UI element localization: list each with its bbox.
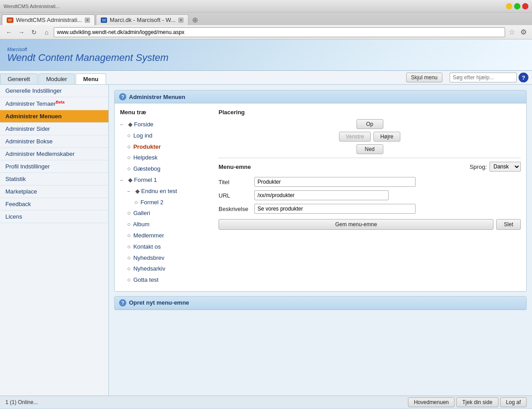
- footer-buttons: Hovedmenuen Tjek din side Log af: [408, 397, 527, 407]
- tree-link-album[interactable]: Album: [133, 221, 150, 228]
- tab-close-2[interactable]: ×: [178, 17, 184, 23]
- url-input[interactable]: [254, 190, 389, 200]
- tree-link-gaestebog[interactable]: Gæstebog: [133, 165, 161, 172]
- tab-marcidk[interactable]: M Marci.dk - Marcisoft - W... ×: [96, 14, 189, 25]
- beskrivelse-label: Beskrivelse: [219, 202, 254, 215]
- sidebar-item-administrer-medlemskaber[interactable]: Administrer Medlemskaber: [0, 148, 108, 160]
- tree-link-formel2[interactable]: Formel 2: [141, 199, 163, 206]
- tree-diamond-endnuentest: ◆: [135, 188, 140, 194]
- titel-input[interactable]: [254, 177, 416, 187]
- tab-favicon-1: W: [7, 17, 13, 23]
- tree-link-logind[interactable]: Log ind: [133, 132, 153, 139]
- tree-item-logind: ○ Log ind: [127, 130, 210, 142]
- right-col: Placering Op Venstre Højre Ned: [219, 109, 521, 286]
- sidebar-item-marketplace[interactable]: Marketplace: [0, 185, 108, 198]
- sidebar-item-licens[interactable]: Licens: [0, 211, 108, 223]
- hovedmenuen-button[interactable]: Hovedmenuen: [408, 397, 455, 407]
- tjek-din-side-button[interactable]: Tjek din side: [456, 397, 498, 407]
- tree-item-forside: − ◆ Forside: [120, 119, 210, 130]
- sidebar-item-profil-indstillinger[interactable]: Profil Indstillinger: [0, 160, 108, 173]
- tree-link-medlemmer[interactable]: Medlemmer: [133, 232, 164, 239]
- venstre-button[interactable]: Venstre: [339, 132, 371, 142]
- tree-link-endnuentest[interactable]: Endnu en test: [141, 188, 177, 194]
- tree-link-gottatest[interactable]: Gotta test: [133, 276, 159, 283]
- tree-link-produkter[interactable]: Produkter: [133, 143, 161, 150]
- minimize-button[interactable]: [506, 3, 512, 9]
- hide-menu-button[interactable]: Skjul menu: [406, 73, 442, 82]
- tree-bullet-nyhedsbrev: ○: [127, 254, 132, 263]
- tree-link-galleri[interactable]: Galleri: [133, 210, 150, 216]
- help-input[interactable]: [450, 73, 517, 82]
- sprog-select[interactable]: Dansk English: [489, 162, 521, 172]
- gem-menu-emne-button[interactable]: Gem menu-emne: [219, 219, 493, 230]
- tree-link-formel1[interactable]: Formel 1: [134, 177, 157, 183]
- address-input[interactable]: [54, 27, 505, 37]
- menu-emne-section: Menu-emne Sprog: Dansk English: [219, 162, 521, 230]
- tools-button[interactable]: ⚙: [519, 27, 528, 37]
- tab-moduler[interactable]: Moduler: [39, 73, 75, 84]
- tab-generelt[interactable]: Generelt: [0, 73, 38, 84]
- tree-bullet-gaestebog: ○: [127, 164, 132, 174]
- maximize-button[interactable]: [514, 3, 520, 9]
- placement-section: Placering Op Venstre Højre Ned: [219, 109, 521, 154]
- menu-emne-form: Titel URL: [219, 175, 521, 215]
- tree-bullet-logind: ○: [127, 131, 132, 141]
- sidebar-item-statistik[interactable]: Statistik: [0, 173, 108, 185]
- placement-controls: Op Venstre Højre Ned: [219, 119, 521, 154]
- form-row-url: URL: [219, 189, 521, 202]
- tree-bullet-helpdesk: ○: [127, 153, 132, 163]
- beskrivelse-input[interactable]: [254, 204, 416, 214]
- ned-button[interactable]: Ned: [356, 144, 383, 154]
- tree-item-produkter: ○ Produkter: [127, 142, 210, 153]
- bookmark-button[interactable]: ☆: [507, 27, 517, 37]
- tree-link-forside[interactable]: Forside: [134, 121, 153, 128]
- tree-bullet-formel2: ○: [134, 198, 139, 207]
- cms-title: Wendt Content Management System: [7, 52, 168, 64]
- sidebar: Generelle Indstillinger Administrer Tema…: [0, 85, 109, 396]
- tree-link-helpdesk[interactable]: Helpdesk: [133, 154, 158, 161]
- tab-wendtcms[interactable]: W WendtCMS Administrati... ×: [2, 14, 95, 25]
- menu-emne-title: Menu-emne: [219, 164, 251, 170]
- tree-link-nyhedsbrev[interactable]: Nyhedsbrev: [133, 254, 164, 261]
- opret-section: ? Opret nyt menu-emne: [114, 296, 527, 310]
- tab-close-1[interactable]: ×: [85, 17, 90, 23]
- url-label: URL: [219, 189, 254, 202]
- sidebar-item-administrer-temaer[interactable]: Administrer TemaerBeta: [0, 97, 108, 110]
- refresh-button[interactable]: ↻: [29, 27, 39, 38]
- tree-item-helpdesk: ○ Helpdesk: [127, 152, 210, 164]
- tree-item-formel1: − ◆ Formel 1: [120, 175, 210, 186]
- slet-button[interactable]: Slet: [496, 219, 521, 230]
- new-tab-button[interactable]: ⊕: [189, 14, 200, 25]
- sidebar-item-administrer-menuen[interactable]: Administrer Menuen: [0, 110, 108, 123]
- back-button[interactable]: ←: [4, 27, 14, 38]
- sidebar-item-administrer-sider[interactable]: Administrer Sider: [0, 123, 108, 135]
- tree-toggle-endnuentest[interactable]: −: [127, 188, 133, 196]
- log-af-button[interactable]: Log af: [500, 397, 527, 407]
- section-icon: ?: [119, 93, 126, 100]
- help-button[interactable]: ?: [519, 73, 528, 82]
- tree-item-medlemmer: ○ Medlemmer: [127, 230, 210, 241]
- sidebar-item-feedback[interactable]: Feedback: [0, 198, 108, 211]
- help-search: ?: [450, 73, 528, 82]
- tree-link-nyhedsarkiv[interactable]: Nyhedsarkiv: [133, 265, 166, 272]
- tree-bullet-medlemmer: ○: [127, 231, 132, 241]
- close-button[interactable]: [522, 3, 528, 9]
- home-button[interactable]: ⌂: [41, 27, 52, 38]
- tree-link-kontaktos[interactable]: Kontakt os: [133, 243, 161, 250]
- tree-diamond-forside: ◆: [128, 121, 133, 128]
- section-cols: Menu træ − ◆ Forside: [120, 109, 521, 286]
- forward-button[interactable]: →: [16, 27, 27, 38]
- opret-header[interactable]: ? Opret nyt menu-emne: [115, 297, 526, 310]
- form-row-titel: Titel: [219, 175, 521, 189]
- menu-tree: − ◆ Forside ○ Log ind: [120, 119, 210, 286]
- tree-toggle-forside[interactable]: −: [120, 121, 126, 129]
- sidebar-item-generelle-indstillinger[interactable]: Generelle Indstillinger: [0, 85, 108, 97]
- tree-item-gaestebog: ○ Gæstebog: [127, 164, 210, 175]
- sidebar-item-administrer-bokse[interactable]: Administrer Bokse: [0, 135, 108, 148]
- op-button[interactable]: Op: [356, 119, 383, 129]
- admin-menu-body: Menu træ − ◆ Forside: [115, 103, 526, 291]
- hojre-button[interactable]: Højre: [373, 132, 400, 142]
- tab-menu[interactable]: Menu: [76, 73, 106, 84]
- tree-toggle-formel1[interactable]: −: [120, 177, 126, 185]
- tree-item-nyhedsarkiv: ○ Nyhedsarkiv: [127, 263, 210, 275]
